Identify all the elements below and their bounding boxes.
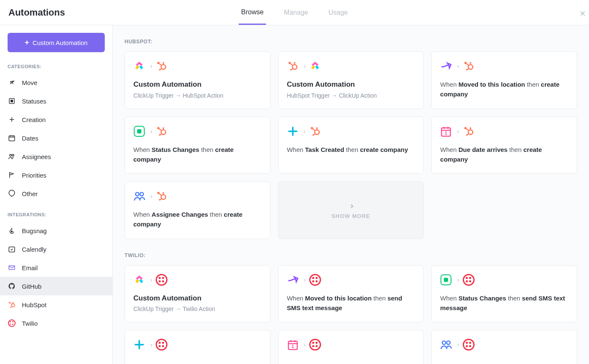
card-pre: When [287, 146, 305, 153]
automation-card[interactable]: ››When Status Changes then send SMS text… [431, 265, 577, 323]
automation-card[interactable]: ››When Moved to this location then send … [278, 265, 424, 323]
chevron-right-icon: ›› [150, 63, 151, 69]
sidebar-item-label: HubSpot [22, 301, 46, 308]
card-pre: When [440, 81, 458, 88]
card-icons: 1›› [440, 125, 568, 137]
twilio-icon [8, 319, 16, 327]
card-icons: ›› [440, 60, 568, 72]
sidebar-item-calendly[interactable]: Calendly [0, 240, 112, 258]
card-description: When Moved to this location then create … [440, 80, 568, 99]
section-heading-twilio: TWILIO: [125, 252, 577, 258]
chevron-right-icon: ›› [304, 276, 304, 283]
card-icons: ›› [440, 274, 568, 286]
sidebar-item-label: Other [22, 190, 38, 197]
automation-card[interactable]: ››When Moved to this location then creat… [431, 51, 577, 109]
twilio-icon [309, 339, 321, 351]
automation-card[interactable]: ››Custom AutomationHubSpot Trigger → Cli… [278, 51, 424, 109]
sidebar-item-move[interactable]: Move [0, 73, 112, 92]
card-icons: ›› [287, 125, 415, 137]
calendly-icon [8, 245, 16, 253]
chevron-right-icon: ›› [150, 276, 151, 283]
tab-browse[interactable]: Browse [239, 1, 266, 25]
card-title: Custom Automation [133, 80, 262, 90]
assignees-icon [8, 152, 16, 161]
automation-card[interactable]: ››When Assignee Changes then create comp… [125, 181, 271, 239]
chevron-right-icon: ›› [457, 63, 457, 69]
custom-automation-label: Custom Automation [32, 39, 88, 46]
sidebar-item-twilio[interactable]: Twilio [0, 314, 112, 332]
card-pre: When [133, 211, 151, 218]
card-icons: ›› [133, 339, 262, 351]
sidebar-item-dates[interactable]: Dates [0, 129, 112, 147]
sidebar-item-label: Twilio [22, 320, 38, 327]
automation-card[interactable]: ››When Status Changes then create compan… [125, 117, 271, 174]
automation-card[interactable]: ›› [125, 330, 271, 364]
card-description: When Assignee Changes then create compan… [133, 210, 262, 229]
card-pre: When [287, 295, 305, 302]
card-trigger: Task Created [305, 146, 344, 153]
card-subtitle: ClickUp Trigger → Twilio Action [133, 306, 262, 312]
sidebar-item-hubspot[interactable]: HubSpot [0, 295, 112, 314]
svg-point-4 [12, 154, 14, 157]
twilio-icon [156, 339, 167, 351]
chevron-right-icon: ›› [150, 193, 151, 199]
sidebar-item-assignees[interactable]: Assignees [0, 147, 112, 166]
chevron-right-icon: ›› [350, 201, 351, 210]
sidebar-item-label: Priorities [22, 172, 46, 179]
automation-card[interactable]: ››Custom AutomationClickUp Trigger → Twi… [125, 265, 271, 323]
card-subtitle: ClickUp Trigger → HubSpot Action [133, 92, 262, 99]
sidebar-item-priorities[interactable]: Priorities [0, 166, 112, 184]
automation-card[interactable]: ››Custom AutomationClickUp Trigger → Hub… [125, 51, 271, 109]
created-icon [133, 339, 145, 351]
automation-card[interactable]: 1››When Due date arrives then create com… [431, 117, 577, 174]
card-icons: ›› [133, 190, 262, 202]
svg-point-3 [10, 154, 12, 157]
custom-automation-button[interactable]: + Custom Automation [8, 33, 105, 52]
close-icon[interactable]: × [580, 8, 586, 19]
created-icon [287, 125, 299, 137]
automation-card[interactable]: 1›› [278, 330, 424, 364]
card-trigger: Status Changes [459, 295, 506, 302]
page-title: Automations [8, 7, 65, 18]
automation-card[interactable]: ››When Task Created then create company [278, 117, 424, 174]
card-icons: ›› [287, 60, 415, 72]
card-mid: then [371, 295, 387, 302]
status-icon [133, 125, 145, 137]
tab-usage[interactable]: Usage [326, 1, 350, 24]
automation-card[interactable]: ›› [431, 330, 577, 364]
card-trigger: Moved to this location [459, 81, 525, 88]
chevron-right-icon: ›› [304, 63, 304, 69]
card-description: When Due date arrives then create compan… [440, 145, 568, 165]
card-mid: then [208, 211, 224, 218]
card-icons: ›› [440, 339, 568, 351]
categories-heading: CATEGORIES: [0, 61, 112, 73]
twilio-grid: ››Custom AutomationClickUp Trigger → Twi… [125, 265, 577, 364]
tab-manage[interactable]: Manage [281, 1, 311, 24]
card-trigger: Status Changes [151, 146, 199, 153]
svg-text:1: 1 [445, 130, 447, 136]
statuses-icon [8, 97, 16, 105]
card-subtitle: HubSpot Trigger → ClickUp Action [287, 92, 415, 99]
sidebar-item-label: Bugsnag [22, 227, 47, 234]
card-mid: then [344, 146, 360, 153]
sidebar-item-email[interactable]: Email [0, 258, 112, 277]
card-icons: ›› [133, 125, 262, 137]
card-pre: When [133, 146, 151, 153]
card-description: When Status Changes then send SMS text m… [440, 293, 568, 313]
card-title: Custom Automation [133, 293, 262, 303]
sidebar-item-other[interactable]: Other [0, 184, 112, 203]
svg-rect-2 [9, 136, 15, 141]
sidebar-item-creation[interactable]: Creation [0, 110, 112, 129]
sidebar-item-bugsnag[interactable]: Bugsnag [0, 221, 112, 240]
show-more-button[interactable]: ››SHOW MORE [278, 181, 424, 239]
svg-point-38 [140, 192, 143, 196]
twilio-icon [309, 274, 321, 286]
sidebar-item-label: Move [22, 79, 37, 86]
sidebar: + Custom Automation CATEGORIES: Move Sta… [0, 25, 113, 364]
sidebar-item-statuses[interactable]: Statuses [0, 92, 112, 110]
due-icon: 1 [440, 125, 452, 137]
sidebar-item-github[interactable]: GitHub [0, 277, 112, 295]
clickup-icon [133, 274, 145, 286]
sidebar-item-label: Email [22, 264, 38, 271]
section-heading-hubspot: HUBSPOT: [125, 39, 577, 45]
